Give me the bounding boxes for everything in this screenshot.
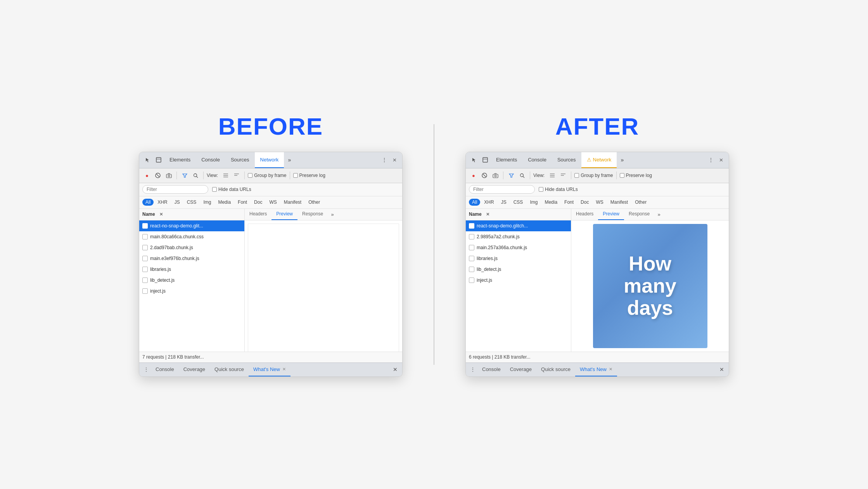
after-bottom-coverage[interactable]: Coverage	[505, 363, 536, 376]
after-type-doc[interactable]: Doc	[578, 199, 592, 206]
after-bottom-whatsnew[interactable]: What's New ✕	[575, 363, 617, 376]
before-close-icon[interactable]: ✕	[390, 155, 399, 165]
before-bottom-coverage[interactable]: Coverage	[179, 363, 210, 376]
before-filter-btn[interactable]	[180, 171, 189, 180]
after-list2-btn[interactable]	[558, 171, 568, 180]
before-file-item-1[interactable]: main.80ca66ca.chunk.css	[139, 231, 244, 242]
before-type-other[interactable]: Other	[305, 199, 323, 206]
before-type-css[interactable]: CSS	[184, 199, 200, 206]
after-tab-sources[interactable]: Sources	[552, 152, 581, 168]
before-bottom-tabs: ⋮ Console Coverage Quick source What's N…	[139, 362, 402, 376]
after-type-all[interactable]: All	[469, 199, 480, 206]
after-groupbyframe-check[interactable]: Group by frame	[574, 173, 613, 178]
after-cursor-icon[interactable]	[469, 154, 480, 165]
before-hide-data-urls[interactable]: Hide data URLs	[212, 187, 251, 192]
after-type-ws[interactable]: WS	[593, 199, 606, 206]
after-type-css[interactable]: CSS	[510, 199, 526, 206]
after-more-vert-icon[interactable]: ⋮	[705, 154, 716, 165]
before-tab-more-icon[interactable]: »	[284, 154, 295, 165]
after-type-manifest[interactable]: Manifest	[607, 199, 631, 206]
before-tab-sources[interactable]: Sources	[225, 152, 255, 168]
before-type-media[interactable]: Media	[215, 199, 234, 206]
after-bottom-close-icon[interactable]: ✕	[717, 365, 726, 374]
before-preview-tab-headers[interactable]: Headers	[245, 209, 271, 220]
after-type-img[interactable]: Img	[527, 199, 541, 206]
before-type-manifest[interactable]: Manifest	[281, 199, 304, 206]
before-file-header-close[interactable]: ✕	[158, 211, 164, 217]
after-record-btn[interactable]: ●	[469, 171, 478, 180]
after-close-icon[interactable]: ✕	[716, 155, 726, 165]
after-tab-network[interactable]: ⚠ Network	[581, 152, 617, 168]
after-preservelog-check[interactable]: Preserve log	[620, 173, 652, 178]
after-search-btn[interactable]	[517, 171, 527, 180]
after-camera-btn[interactable]	[491, 171, 500, 180]
before-file-item-2[interactable]: 2.dad97bab.chunk.js	[139, 242, 244, 253]
after-preview-tab-preview[interactable]: Preview	[598, 209, 624, 220]
after-preview-tab-response[interactable]: Response	[624, 209, 654, 220]
before-preview-tab-response[interactable]: Response	[297, 209, 328, 220]
before-preview-tab-preview[interactable]: Preview	[271, 209, 297, 220]
before-bottom-quicksource[interactable]: Quick source	[210, 363, 249, 376]
before-preservelog-check[interactable]: Preserve log	[293, 173, 325, 178]
before-record-btn[interactable]: ●	[142, 171, 152, 180]
before-groupbyframe-check[interactable]: Group by frame	[248, 173, 286, 178]
after-file-item-1[interactable]: 2.9895a7a2.chunk.js	[466, 231, 571, 242]
before-type-all[interactable]: All	[142, 199, 154, 206]
after-type-font[interactable]: Font	[561, 199, 577, 206]
before-bottom-console[interactable]: Console	[151, 363, 179, 376]
after-type-other[interactable]: Other	[632, 199, 650, 206]
before-file-item-3[interactable]: main.e3ef976b.chunk.js	[139, 253, 244, 264]
after-tab-more-icon[interactable]: »	[617, 154, 628, 165]
after-list1-btn[interactable]	[548, 171, 557, 180]
before-search-btn[interactable]	[191, 171, 200, 180]
before-bottom-whatsnew[interactable]: What's New ✕	[249, 363, 290, 376]
after-file-item-5[interactable]: inject.js	[466, 275, 571, 286]
before-type-js[interactable]: JS	[171, 199, 183, 206]
before-type-xhr[interactable]: XHR	[154, 199, 170, 206]
before-type-ws[interactable]: WS	[266, 199, 280, 206]
before-bottom-close-icon[interactable]: ✕	[391, 365, 400, 374]
after-bottom-more-icon[interactable]: ⋮	[468, 365, 477, 374]
after-bottom-quicksource[interactable]: Quick source	[536, 363, 575, 376]
before-type-doc[interactable]: Doc	[251, 199, 265, 206]
before-bottom-whatsnew-close[interactable]: ✕	[282, 367, 286, 372]
before-layers-icon[interactable]	[153, 154, 164, 165]
before-file-item-5[interactable]: lib_detect.js	[139, 275, 244, 286]
before-tab-network[interactable]: Network	[255, 152, 284, 168]
before-file-item-4[interactable]: libraries.js	[139, 264, 244, 275]
before-type-img[interactable]: Img	[200, 199, 214, 206]
after-file-header-close[interactable]: ✕	[485, 211, 491, 217]
before-list1-btn[interactable]	[221, 171, 230, 180]
after-filter-btn[interactable]	[507, 171, 516, 180]
before-file-item-0[interactable]: react-no-snap-demo.glit...	[139, 220, 244, 231]
before-filter-input[interactable]	[142, 185, 208, 194]
before-preview-more-icon[interactable]: »	[328, 210, 337, 219]
after-preview-tab-headers[interactable]: Headers	[571, 209, 598, 220]
after-file-item-4[interactable]: lib_detect.js	[466, 264, 571, 275]
after-type-xhr[interactable]: XHR	[481, 199, 497, 206]
after-type-js[interactable]: JS	[498, 199, 510, 206]
before-camera-btn[interactable]	[164, 171, 173, 180]
after-hide-data-urls[interactable]: Hide data URLs	[539, 187, 578, 192]
after-preview-more-icon[interactable]: »	[654, 210, 664, 219]
after-tab-elements[interactable]: Elements	[491, 152, 522, 168]
before-stop-btn[interactable]	[153, 171, 163, 180]
before-tab-elements[interactable]: Elements	[164, 152, 196, 168]
after-bottom-whatsnew-close[interactable]: ✕	[609, 367, 612, 372]
before-file-item-6[interactable]: inject.js	[139, 286, 244, 297]
after-type-media[interactable]: Media	[541, 199, 560, 206]
after-tab-console[interactable]: Console	[522, 152, 552, 168]
after-file-item-0[interactable]: react-snap-demo.glitch...	[466, 220, 571, 231]
after-file-item-2[interactable]: main.257a366a.chunk.js	[466, 242, 571, 253]
before-list2-btn[interactable]	[232, 171, 241, 180]
after-layers-icon[interactable]	[480, 154, 491, 165]
before-cursor-icon[interactable]	[142, 154, 153, 165]
before-type-font[interactable]: Font	[235, 199, 250, 206]
before-tab-console[interactable]: Console	[196, 152, 225, 168]
after-stop-btn[interactable]	[480, 171, 489, 180]
before-more-vert-icon[interactable]: ⋮	[379, 154, 390, 165]
after-bottom-console[interactable]: Console	[477, 363, 505, 376]
before-bottom-more-icon[interactable]: ⋮	[142, 365, 151, 374]
after-filter-input[interactable]	[469, 185, 535, 194]
after-file-item-3[interactable]: libraries.js	[466, 253, 571, 264]
